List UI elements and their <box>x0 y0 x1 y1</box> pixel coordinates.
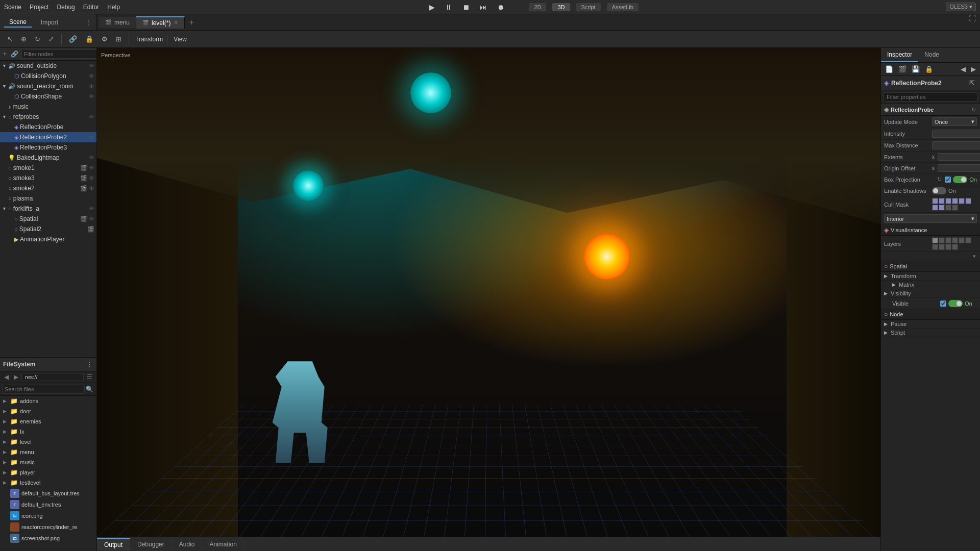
fs-folder-menu[interactable]: ▶ 📁 menu <box>0 447 96 457</box>
stop-button[interactable]: ⏹ <box>460 3 472 11</box>
box-projection-checkbox[interactable] <box>945 177 951 183</box>
cull-cell-4[interactable] <box>952 198 958 204</box>
toolbar-link[interactable]: 🔗 <box>66 34 80 44</box>
menu-editor[interactable]: Editor <box>83 4 99 11</box>
cull-cell-1[interactable] <box>932 198 938 204</box>
transform-row[interactable]: ▶ Transform <box>881 272 980 281</box>
inspector-lock-btn[interactable]: 🔒 <box>923 64 935 74</box>
fs-folder-player[interactable]: ▶ 📁 player <box>0 467 96 478</box>
layer-cell-2[interactable] <box>939 237 945 243</box>
intensity-input[interactable] <box>932 130 980 138</box>
tree-item-spatial2[interactable]: ○ Spatial2 🎬 <box>0 224 96 234</box>
tree-item-collisionpolygon[interactable]: ⬡ CollisionPolygon 👁 <box>0 71 96 81</box>
fs-file-default-env[interactable]: T default_env.tres <box>0 499 96 510</box>
sync-button[interactable]: ↻ <box>970 107 977 113</box>
tree-item-smoke1[interactable]: ○ smoke1 🎬 👁 <box>0 163 96 173</box>
script-row[interactable]: ▶ Script <box>881 329 980 337</box>
interior-dropdown[interactable]: Interior ▾ <box>884 214 977 223</box>
fs-search-input[interactable] <box>2 385 85 394</box>
tab-output[interactable]: Output <box>97 538 130 550</box>
tab-animation[interactable]: Animation <box>202 539 244 550</box>
viewport[interactable]: Perspective Output Debugger Audio Animat… <box>97 48 880 551</box>
menu-project[interactable]: Project <box>30 4 48 11</box>
layer-cell-10[interactable] <box>952 244 958 250</box>
toolbar-select[interactable]: ↖ <box>4 34 16 44</box>
toolbar-lock[interactable]: 🔒 <box>82 34 96 44</box>
extents-x-input[interactable] <box>938 153 980 161</box>
tree-item-reflectionprobe3[interactable]: ◈ ReflectionProbe3 <box>0 142 96 153</box>
cull-cell-10[interactable] <box>952 205 958 211</box>
fs-file-reactorcore[interactable]: reactorcorecylinder_re <box>0 521 96 533</box>
pause-button[interactable]: ⏸ <box>443 3 454 11</box>
toolbar-grid[interactable]: ⊞ <box>113 34 125 44</box>
fs-folder-music[interactable]: ▶ 📁 music <box>0 457 96 467</box>
tree-item-smoke3[interactable]: ○ smoke3 🎬 👁 <box>0 173 96 183</box>
toolbar-scale[interactable]: ⤢ <box>45 34 57 44</box>
fullscreen-button[interactable]: ⛶ <box>965 14 980 30</box>
fs-folder-enemies[interactable]: ▶ 📁 enemies <box>0 416 96 427</box>
max-distance-input[interactable] <box>932 141 980 149</box>
fs-file-screenshot[interactable]: 🖼 screenshot.png <box>0 533 96 544</box>
inspector-script-btn[interactable]: 📄 <box>883 64 895 74</box>
tree-item-sound-outside[interactable]: ▼ 🔊 sound_outside 👁 <box>0 61 96 71</box>
layer-cell-7[interactable] <box>932 244 938 250</box>
fs-folder-addons[interactable]: ▶ 📁 addons <box>0 396 96 406</box>
visible-switch[interactable] <box>948 300 963 307</box>
menu-help[interactable]: Help <box>107 4 120 11</box>
fs-forward-button[interactable]: ▶ <box>12 373 20 381</box>
tree-item-music[interactable]: ♪ music <box>0 102 96 112</box>
fs-layout-button[interactable]: ☰ <box>85 373 94 381</box>
tab-inspector[interactable]: Inspector <box>881 48 918 62</box>
tab-dots-btn[interactable]: ⋮ <box>85 18 92 27</box>
fs-options-button[interactable]: ⋮ <box>85 360 93 369</box>
filter-properties-input[interactable] <box>883 92 978 102</box>
pause-row[interactable]: ▶ Pause <box>881 320 980 329</box>
scene-view[interactable] <box>97 48 880 537</box>
menu-debug[interactable]: Debug <box>57 4 75 11</box>
fs-folder-level[interactable]: ▶ 📁 level <box>0 437 96 447</box>
visibility-row[interactable]: ▶ Visibility <box>881 289 980 298</box>
fs-folder-fx[interactable]: ▶ 📁 fx <box>0 427 96 437</box>
cull-cell-5[interactable] <box>959 198 965 204</box>
filter-nodes-input[interactable] <box>21 49 96 59</box>
mode-script[interactable]: Script <box>576 3 601 11</box>
matrix-row[interactable]: ▶ Matrix <box>881 281 980 289</box>
tree-item-collisionshape[interactable]: ⬡ CollisionShape 👁 <box>0 91 96 102</box>
gles-badge[interactable]: GLES3 ▾ <box>946 3 976 11</box>
inspector-back-btn[interactable]: ◀ <box>959 64 968 74</box>
layer-cell-6[interactable] <box>965 237 971 243</box>
inspector-save-btn[interactable]: 💾 <box>910 64 922 74</box>
fs-file-icon[interactable]: 🖼 icon.png <box>0 510 96 521</box>
file-tab-menu[interactable]: 🎬 menu <box>99 17 136 28</box>
box-proj-sync[interactable]: ↻ <box>936 176 943 183</box>
tree-item-sound-reactor[interactable]: ▼ 🔊 sound_reactor_room 👁 <box>0 81 96 91</box>
tree-item-reflectionprobe2[interactable]: ◈ ReflectionProbe2 👁 <box>0 132 96 142</box>
toolbar-move[interactable]: ⊕ <box>18 34 30 44</box>
update-mode-dropdown[interactable]: Once ▾ <box>932 117 977 126</box>
tab-import[interactable]: Import <box>36 18 63 27</box>
fs-folder-testlevel[interactable]: ▶ 📁 testlevel <box>0 478 96 488</box>
layer-cell-8[interactable] <box>939 244 945 250</box>
layer-cell-1[interactable] <box>932 237 938 243</box>
tab-debugger[interactable]: Debugger <box>130 539 172 550</box>
toolbar-rotate[interactable]: ↻ <box>32 34 43 44</box>
play-button[interactable]: ▶ <box>427 3 437 11</box>
cull-cell-2[interactable] <box>939 198 945 204</box>
cull-cell-3[interactable] <box>945 198 951 204</box>
tab-audio[interactable]: Audio <box>172 539 203 550</box>
mode-3d[interactable]: 3D <box>552 3 570 11</box>
step-button[interactable]: ⏭ <box>478 3 489 11</box>
inspector-forward-btn[interactable]: ▶ <box>969 64 978 74</box>
tree-item-reflectionprobe1[interactable]: ◈ ReflectionProbe <box>0 122 96 132</box>
tree-item-forklifts[interactable]: ▼ ○ forklifts_a 👁 <box>0 204 96 214</box>
tree-item-refprobes[interactable]: ▼ ○ refprobes 👁 <box>0 112 96 122</box>
visible-checkbox[interactable] <box>940 300 946 307</box>
mode-assetlib[interactable]: AssetLib <box>607 3 639 11</box>
file-tab-level[interactable]: 🎬 level(*) ✕ <box>136 16 185 29</box>
tree-item-plasma[interactable]: ○ plasma <box>0 193 96 204</box>
cull-cell-9[interactable] <box>945 205 951 211</box>
tab-add-button[interactable]: + <box>185 18 198 27</box>
toolbar-settings[interactable]: ⚙ <box>99 34 111 44</box>
tab-scene[interactable]: Scene <box>4 17 32 28</box>
layer-cell-4[interactable] <box>952 237 958 243</box>
